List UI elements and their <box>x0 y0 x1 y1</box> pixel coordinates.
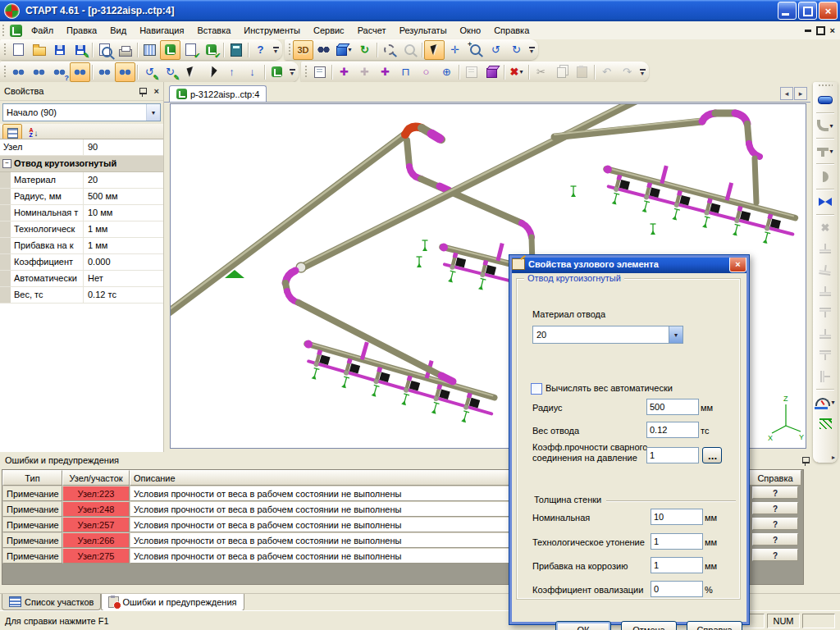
mdi-restore-icon[interactable] <box>816 26 825 35</box>
show-nodes-button[interactable] <box>8 62 29 82</box>
help-question-button[interactable]: ? <box>752 533 798 546</box>
mirror-left-button[interactable] <box>180 62 201 82</box>
document-tab[interactable]: p-3122aisp..ctp:4 <box>169 85 267 102</box>
strength-browse-button[interactable]: ... <box>702 447 722 463</box>
menu-view[interactable]: Вид <box>103 22 133 39</box>
refresh-button[interactable]: ↻ <box>354 40 375 60</box>
help-question-button[interactable]: ? <box>752 502 798 514</box>
weight-input[interactable] <box>646 422 699 438</box>
menu-calc[interactable]: Расчет <box>351 22 393 39</box>
property-row[interactable]: АвтоматическиНет <box>0 271 163 287</box>
property-row[interactable]: Материал20 <box>0 172 163 189</box>
save-button[interactable] <box>49 40 70 60</box>
nominal-input[interactable] <box>651 509 703 525</box>
menu-results[interactable]: Результаты <box>393 22 454 39</box>
redo-button[interactable]: ↷ <box>617 62 637 82</box>
help-question-button[interactable]: ? <box>752 486 798 499</box>
render-mode-button[interactable]: ▾ <box>334 40 354 60</box>
column-header-node[interactable]: Узел/участок <box>62 470 130 486</box>
support-sliding-button[interactable] <box>814 259 837 281</box>
toolbar-grip[interactable] <box>3 65 7 79</box>
toolbar-overflow[interactable]: ▸ <box>832 454 835 461</box>
mirror-right-button[interactable] <box>201 62 221 82</box>
column-header-help[interactable]: Справка <box>749 470 801 486</box>
corrosion-input[interactable] <box>651 557 703 573</box>
save-report-button[interactable]: ✎ <box>70 40 90 60</box>
menu-insert[interactable]: Вставка <box>190 22 237 39</box>
tab-prev-button[interactable]: ◂ <box>780 87 793 100</box>
support-spring-button[interactable] <box>814 323 837 345</box>
support-guide-button[interactable] <box>814 281 837 302</box>
add-query-node-button[interactable]: ⊕ <box>436 62 457 82</box>
add-jump-button[interactable]: ⊓ <box>395 62 416 82</box>
tab-errors-warnings[interactable]: Ошибки и предупреждения <box>101 594 244 611</box>
add-bend-alt-button[interactable]: ✚ <box>354 62 375 82</box>
node-selector-combobox[interactable]: Начало (90) ▾ <box>2 103 161 121</box>
restore-button[interactable] <box>798 2 817 20</box>
radius-input[interactable] <box>646 399 699 415</box>
tab-next-button[interactable]: ▸ <box>794 87 807 100</box>
find-button[interactable] <box>313 40 334 60</box>
calculator-button[interactable] <box>226 40 246 60</box>
view-3d-button[interactable]: 3D <box>293 40 313 60</box>
support-anchor-button[interactable] <box>814 238 837 259</box>
raise-node-button[interactable]: ↑ <box>221 62 242 82</box>
add-ground-support-button[interactable] <box>814 413 837 434</box>
chevron-down-icon[interactable]: ▾ <box>146 104 160 121</box>
menu-edit[interactable]: Правка <box>60 22 103 39</box>
minimize-button[interactable] <box>778 2 797 20</box>
pin-icon[interactable] <box>802 457 810 463</box>
menu-help[interactable]: Справка <box>487 22 536 39</box>
property-row[interactable]: Вес, тс0.12 тс <box>0 287 163 304</box>
zoom-window-button[interactable] <box>379 40 399 60</box>
scheme-view-button[interactable] <box>160 40 180 60</box>
toolbar-grip[interactable] <box>818 84 833 88</box>
column-header-type[interactable]: Тип <box>2 470 62 486</box>
orbit-ccw-button[interactable]: ↺ <box>486 40 506 60</box>
add-cap-button[interactable] <box>814 166 837 187</box>
replace-element-button[interactable] <box>461 62 482 82</box>
property-row[interactable]: Коэффициент0.000 <box>0 254 163 271</box>
add-pipe-button[interactable] <box>814 89 837 111</box>
support-hanger-button[interactable] <box>814 302 837 323</box>
tab-sections-list[interactable]: Список участков <box>2 594 101 610</box>
paste-button[interactable] <box>572 62 592 82</box>
collapse-icon[interactable]: − <box>2 159 11 168</box>
delete-button[interactable]: ✖▾ <box>506 62 527 82</box>
toolbar-grip[interactable] <box>288 43 291 57</box>
add-valve-button[interactable] <box>814 191 837 212</box>
orbit-cw-button[interactable]: ↻ <box>506 40 527 60</box>
toolbar-overflow[interactable]: ▾ <box>527 41 536 59</box>
toolbar-grip[interactable] <box>3 43 7 57</box>
pan-button[interactable]: ✛ <box>445 40 465 60</box>
cut-button[interactable]: ✂ <box>531 62 551 82</box>
show-elements-button[interactable] <box>70 62 90 82</box>
ok-button[interactable]: ОК <box>555 621 611 630</box>
check-document-button[interactable]: ✔ <box>180 40 201 60</box>
dialog-close-button[interactable]: × <box>729 256 746 272</box>
toolbar-overflow[interactable]: ▾ <box>287 63 297 81</box>
lower-node-button[interactable]: ↓ <box>242 62 262 82</box>
new-file-button[interactable] <box>8 40 29 60</box>
close-panel-icon[interactable]: × <box>154 86 159 96</box>
menu-service[interactable]: Сервис <box>307 22 351 39</box>
thinning-input[interactable] <box>651 533 703 550</box>
add-ring-button[interactable]: ○ <box>416 62 436 82</box>
insert-element-button[interactable] <box>482 62 502 82</box>
add-node-button[interactable]: ✚ <box>375 62 395 82</box>
close-button[interactable]: × <box>819 2 838 20</box>
copy-button[interactable] <box>551 62 572 82</box>
add-tee-button[interactable]: ▾ <box>814 140 837 162</box>
zoom-previous-button[interactable] <box>399 40 420 60</box>
print-preview-button[interactable] <box>94 40 115 60</box>
show-unknown-button[interactable]: ? <box>49 62 70 82</box>
run-check-button[interactable]: ✔ <box>201 40 221 60</box>
toolbar-overflow[interactable]: ▾ <box>637 63 647 81</box>
delete-element-button[interactable]: ✖ <box>814 217 837 238</box>
rotate-run-left-button[interactable]: ↺✎ <box>139 62 160 82</box>
rotate-run-right-button[interactable]: ↻✎ <box>160 62 180 82</box>
property-category-row[interactable]: − Отвод крутоизогнутый <box>0 156 163 172</box>
help-question-button[interactable]: ? <box>752 518 798 530</box>
property-row[interactable]: Узел 90 <box>0 139 163 156</box>
add-elbow-button[interactable]: ▾ <box>814 115 837 136</box>
